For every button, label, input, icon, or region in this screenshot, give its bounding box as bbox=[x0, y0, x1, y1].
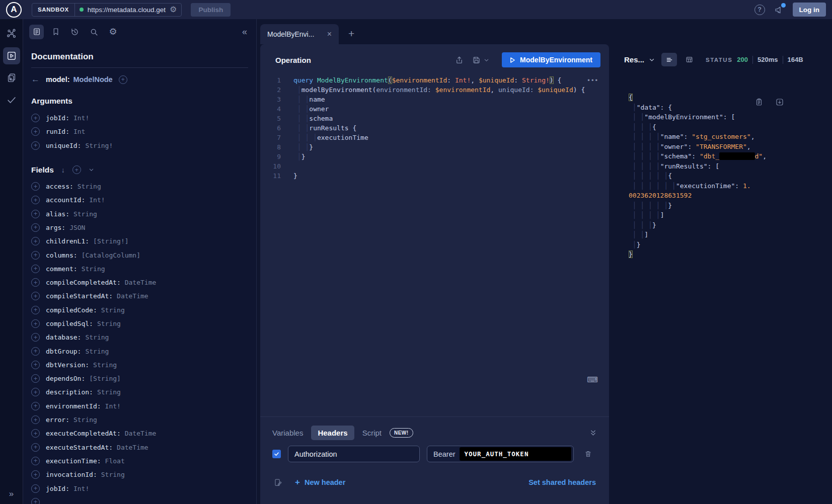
add-to-query-button[interactable]: + bbox=[31, 429, 40, 438]
checks-icon[interactable] bbox=[3, 92, 20, 109]
field-row[interactable]: +jobId:Int! bbox=[31, 481, 248, 495]
tab-variables[interactable]: Variables bbox=[272, 429, 303, 437]
code-line[interactable]: 11} bbox=[260, 171, 609, 181]
operation-tab[interactable]: ModelByEnvi... × bbox=[260, 24, 339, 44]
field-row[interactable]: +dependsOn:[String] bbox=[31, 372, 248, 385]
fields-chevron-down-icon[interactable] bbox=[89, 167, 94, 173]
field-row[interactable]: +error:String bbox=[31, 413, 248, 427]
field-row[interactable]: +childrenL1:[String!] bbox=[31, 234, 248, 248]
explorer-icon[interactable] bbox=[3, 47, 20, 64]
add-to-query-button[interactable]: + bbox=[31, 402, 40, 410]
field-row[interactable]: +dbtVersion:String bbox=[31, 358, 248, 372]
add-to-query-button[interactable]: + bbox=[31, 278, 40, 287]
field-row[interactable]: +alias:String bbox=[31, 207, 248, 220]
delete-header-trash-icon[interactable] bbox=[584, 450, 592, 458]
field-row[interactable]: +columns:[CatalogColumn] bbox=[31, 248, 248, 262]
changelog-icon[interactable] bbox=[3, 69, 20, 87]
field-row[interactable]: +access:String bbox=[31, 180, 248, 193]
tab-script[interactable]: Script bbox=[362, 429, 382, 437]
documentation-tab-icon[interactable] bbox=[29, 25, 44, 39]
formatted-view-button[interactable] bbox=[661, 53, 677, 66]
environment-edit-icon[interactable] bbox=[273, 478, 283, 487]
add-model-field-button[interactable]: + bbox=[119, 75, 127, 84]
back-arrow-icon[interactable]: ← bbox=[31, 74, 40, 85]
field-row[interactable]: +compileCompletedAt:DateTime bbox=[31, 276, 248, 289]
collapse-panel-chevrons-icon[interactable] bbox=[589, 429, 597, 437]
code-line[interactable]: 3 │ │name bbox=[260, 95, 609, 104]
header-key-input[interactable] bbox=[288, 446, 420, 462]
add-to-query-button[interactable]: + bbox=[31, 498, 40, 504]
add-to-query-button[interactable]: + bbox=[31, 457, 40, 465]
add-to-query-button[interactable]: + bbox=[31, 347, 40, 356]
more-options-icon[interactable]: ••• bbox=[587, 76, 599, 84]
add-all-fields-button[interactable]: + bbox=[72, 165, 81, 174]
field-row[interactable]: +description:String bbox=[31, 385, 248, 399]
field-row[interactable]: +compileStartedAt:DateTime bbox=[31, 289, 248, 303]
field-row[interactable]: +database:String bbox=[31, 330, 248, 344]
sort-fields-icon[interactable]: ↓ bbox=[61, 166, 65, 174]
endpoint-settings-gear-icon[interactable]: ⚙ bbox=[170, 6, 177, 14]
run-operation-button[interactable]: ModelByEnvironment bbox=[502, 52, 600, 67]
add-to-query-button[interactable]: + bbox=[31, 484, 40, 493]
add-to-query-button[interactable]: + bbox=[31, 443, 40, 452]
add-to-query-button[interactable]: + bbox=[31, 361, 40, 369]
close-tab-icon[interactable]: × bbox=[327, 30, 332, 39]
table-view-button[interactable] bbox=[682, 53, 697, 66]
field-row[interactable]: +environmentId:Int! bbox=[31, 399, 248, 413]
argument-row[interactable]: +jobId:Int! bbox=[31, 111, 248, 125]
field-row[interactable]: +args:JSON bbox=[31, 221, 248, 234]
field-row[interactable]: +invocationId:String bbox=[31, 468, 248, 481]
model-type-link[interactable]: ModelNode bbox=[73, 75, 113, 83]
history-icon[interactable] bbox=[67, 25, 82, 39]
code-line[interactable]: 4 │ │owner bbox=[260, 104, 609, 114]
publish-button[interactable]: Publish bbox=[191, 3, 231, 17]
header-value-input[interactable]: Bearer YOUR_AUTH_TOKEN bbox=[427, 446, 574, 462]
query-editor[interactable]: 1query ModelByEnvironment($environmentId… bbox=[260, 75, 609, 416]
add-to-query-button[interactable]: + bbox=[31, 333, 40, 342]
add-to-query-button[interactable]: + bbox=[31, 127, 40, 136]
field-row[interactable]: +compiledSql:String bbox=[31, 317, 248, 330]
response-chevron-down-icon[interactable] bbox=[649, 57, 655, 63]
share-icon[interactable] bbox=[455, 55, 464, 65]
auth-token-value[interactable]: YOUR_AUTH_TOKEN bbox=[460, 447, 571, 461]
header-enabled-checkbox[interactable] bbox=[272, 450, 281, 458]
add-to-query-button[interactable]: + bbox=[31, 265, 40, 273]
set-shared-headers-link[interactable]: Set shared headers bbox=[528, 478, 596, 486]
settings-gear-icon[interactable]: ⚙ bbox=[106, 25, 120, 39]
add-to-query-button[interactable]: + bbox=[31, 210, 40, 218]
schema-icon[interactable] bbox=[3, 25, 20, 42]
add-to-query-button[interactable]: + bbox=[31, 237, 40, 245]
keyboard-shortcuts-icon[interactable]: ⌨ bbox=[587, 375, 598, 384]
login-button[interactable]: Log in bbox=[793, 3, 826, 17]
add-to-query-button[interactable]: + bbox=[31, 292, 40, 300]
code-line[interactable]: 9 │} bbox=[260, 152, 609, 161]
argument-row[interactable]: +uniqueId:String! bbox=[31, 139, 248, 152]
new-header-button[interactable]: + New header bbox=[295, 477, 345, 487]
add-to-query-button[interactable]: + bbox=[31, 319, 40, 328]
collapse-docs-icon[interactable]: « bbox=[242, 27, 250, 37]
code-line[interactable]: 10 bbox=[260, 161, 609, 171]
field-row[interactable]: +comment:String bbox=[31, 262, 248, 276]
add-to-query-button[interactable]: + bbox=[31, 141, 40, 150]
announcements-megaphone-icon[interactable] bbox=[774, 5, 784, 15]
apollo-logo-icon[interactable]: A bbox=[6, 2, 22, 18]
code-line[interactable]: 6 │ │runResults { bbox=[260, 123, 609, 133]
add-to-query-button[interactable]: + bbox=[31, 223, 40, 232]
code-line[interactable]: 5 │ │schema bbox=[260, 114, 609, 123]
code-line[interactable]: 1query ModelByEnvironment($environmentId… bbox=[260, 75, 609, 85]
add-to-query-button[interactable]: + bbox=[31, 388, 40, 396]
add-to-query-button[interactable]: + bbox=[31, 182, 40, 191]
field-row[interactable]: +compiledCode:String bbox=[31, 303, 248, 317]
code-line[interactable]: 7 │ │ │executionTime bbox=[260, 133, 609, 142]
field-row[interactable]: +executeCompletedAt:DateTime bbox=[31, 427, 248, 440]
add-to-query-button[interactable]: + bbox=[31, 114, 40, 122]
add-to-query-button[interactable]: + bbox=[31, 251, 40, 260]
field-row[interactable]: +accountId:Int! bbox=[31, 193, 248, 207]
add-to-query-button[interactable]: + bbox=[31, 306, 40, 314]
search-icon[interactable] bbox=[87, 25, 101, 39]
add-to-query-button[interactable]: + bbox=[31, 374, 40, 383]
expand-rail-button[interactable]: » bbox=[0, 489, 23, 499]
code-line[interactable]: 2 │modelByEnvironment(environmentId: $en… bbox=[260, 85, 609, 95]
field-row[interactable]: +dbtGroup:String bbox=[31, 344, 248, 358]
code-line[interactable]: 8 │ │} bbox=[260, 142, 609, 152]
